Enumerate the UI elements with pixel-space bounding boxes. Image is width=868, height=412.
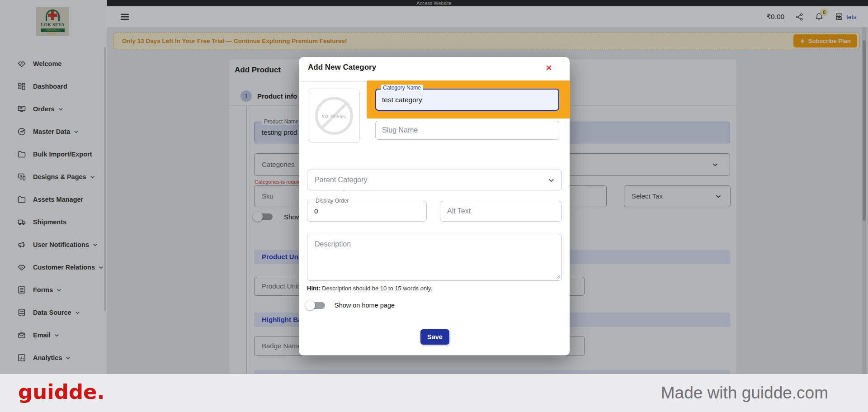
parent-category-placeholder: Parent Category [307, 170, 561, 190]
add-category-modal: Add New Category ✕ NO IMAGE Preferred Si… [299, 57, 570, 355]
alt-text-placeholder: Alt Text [440, 201, 561, 221]
slug-name-input[interactable]: Slug Name [375, 121, 559, 140]
description-textarea[interactable]: Description [307, 234, 562, 281]
guidde-footer: guidde. Made with guidde.com [0, 374, 868, 412]
display-order-value: 0 [307, 201, 426, 221]
category-image-upload[interactable]: NO IMAGE Preferred Size : 70px X 70px [308, 89, 360, 143]
description-placeholder: Description [307, 234, 561, 248]
chevron-down-icon [547, 176, 555, 186]
category-name-label: Category Name [381, 85, 423, 91]
close-icon[interactable]: ✕ [543, 62, 555, 74]
alt-text-input[interactable]: Alt Text [440, 201, 562, 222]
save-button[interactable]: Save [420, 329, 449, 345]
parent-category-select[interactable]: Parent Category [307, 170, 562, 190]
guidde-logo: guidde. [18, 374, 105, 412]
no-image-icon: NO IMAGE [315, 97, 353, 135]
resize-handle[interactable] [556, 275, 560, 279]
text-caret [423, 95, 424, 104]
category-name-input[interactable]: test category [375, 89, 559, 111]
description-hint: Hint: Description should be 10 to 15 wor… [307, 285, 432, 292]
modal-title: Add New Category [308, 63, 376, 72]
screen: Access Website ₹0.00 0 tets Only 13 Da [0, 0, 868, 412]
show-on-home-page-label: Show on home page [335, 302, 395, 309]
made-with-guidde: Made with guidde.com [661, 374, 828, 412]
display-order-label: Display Order [313, 198, 351, 204]
show-on-home-page-toggle[interactable] [305, 300, 331, 311]
slug-name-placeholder: Slug Name [376, 121, 559, 139]
category-name-value: test category [382, 96, 422, 104]
